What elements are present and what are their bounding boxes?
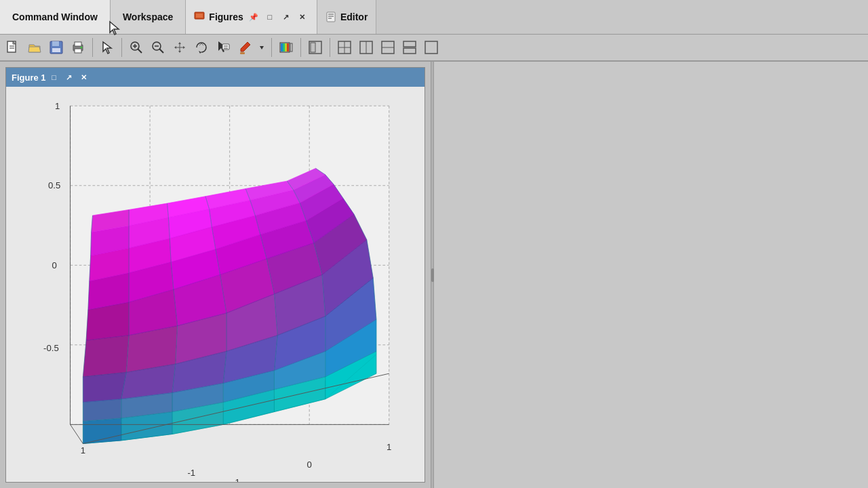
figures-maximize-icon[interactable]: □: [264, 11, 276, 23]
editor-label: Editor: [340, 12, 368, 22]
svg-marker-31: [260, 46, 264, 49]
command-window-tab[interactable]: Command Window: [0, 0, 111, 34]
workspace-label: Workspace: [123, 12, 173, 22]
svg-rect-1: [196, 14, 203, 18]
svg-rect-48: [403, 48, 416, 54]
x-label-neg1-left: 1: [81, 445, 85, 455]
svg-marker-25: [199, 51, 201, 54]
svg-rect-30: [240, 52, 245, 54]
save-btn[interactable]: [46, 37, 66, 58]
main-area: Figure 1 □ ↗ ✕: [0, 62, 868, 488]
command-window-label: Command Window: [12, 12, 98, 22]
sep2: [121, 38, 122, 57]
editor-icon: [326, 12, 336, 22]
print-btn[interactable]: [68, 37, 88, 58]
figure1-title: Figure 1: [12, 73, 46, 83]
svg-rect-14: [75, 42, 81, 46]
new-file-btn[interactable]: [3, 37, 23, 58]
x-label-1: 1: [387, 442, 391, 452]
x-label-neg1b: -1: [232, 477, 240, 482]
svg-rect-36: [287, 43, 289, 52]
x-label-0: 0: [307, 460, 312, 470]
svg-rect-12: [52, 48, 60, 52]
layout-cols2-btn[interactable]: [356, 37, 376, 58]
layout-rows2-btn[interactable]: [378, 37, 398, 58]
figures-icon: [194, 12, 205, 22]
figure1-window: Figure 1 □ ↗ ✕: [5, 67, 425, 483]
svg-rect-47: [403, 41, 416, 47]
figures-close-icon[interactable]: ✕: [296, 11, 309, 23]
figures-tab[interactable]: Figures 📌 □ ↗ ✕: [186, 0, 317, 34]
figure1-maximize-btn[interactable]: ↗: [62, 71, 76, 83]
top-bar: Command Window Workspace Figures 📌 □ ↗ ✕…: [0, 0, 868, 35]
select-btn[interactable]: [97, 37, 117, 58]
pan-btn[interactable]: [170, 37, 190, 58]
sep3: [271, 38, 272, 57]
data-cursor-btn[interactable]: [213, 37, 233, 58]
figure1-restore-btn[interactable]: □: [47, 71, 61, 83]
figures-label: Figures: [209, 12, 243, 22]
z-label-1: 1: [55, 101, 60, 111]
svg-rect-34: [283, 43, 285, 52]
figure1-titlebar: Figure 1 □ ↗ ✕: [6, 68, 425, 87]
svg-line-63: [71, 424, 83, 443]
left-panel: Figure 1 □ ↗ ✕: [0, 62, 431, 488]
sep4: [300, 38, 301, 57]
z-label-0: 0: [52, 260, 56, 270]
figures-pin-icon[interactable]: 📌: [248, 11, 260, 23]
open-file-btn[interactable]: [24, 37, 45, 58]
svg-rect-2: [327, 12, 335, 22]
editor-tab[interactable]: Editor: [317, 0, 376, 34]
figure1-close-btn[interactable]: ✕: [77, 71, 91, 83]
z-label-05: 0.5: [48, 180, 60, 190]
svg-line-19: [138, 49, 142, 53]
svg-rect-35: [285, 43, 287, 52]
svg-rect-49: [425, 41, 437, 54]
brush-dropdown-btn[interactable]: [256, 37, 267, 58]
svg-marker-17: [103, 42, 111, 54]
svg-point-16: [81, 47, 83, 49]
zoom-out-btn[interactable]: [148, 37, 168, 58]
svg-rect-33: [281, 43, 283, 52]
z-label-neg05: -0.5: [43, 343, 59, 353]
svg-line-23: [159, 49, 163, 53]
svg-rect-11: [52, 41, 59, 46]
svg-rect-37: [290, 43, 292, 52]
figures-restore-icon[interactable]: ↗: [280, 11, 292, 23]
svg-rect-27: [222, 44, 229, 49]
svg-rect-39: [311, 43, 315, 52]
workspace-tab[interactable]: Workspace: [111, 0, 186, 34]
svg-rect-15: [75, 49, 81, 53]
layout-single-btn[interactable]: [421, 37, 441, 58]
sep1: [92, 38, 93, 57]
layout-stacked-btn[interactable]: [399, 37, 420, 58]
insert-colorbar-btn[interactable]: [276, 37, 296, 58]
sep5: [330, 38, 330, 57]
right-panel: [434, 62, 868, 488]
zoom-in-btn[interactable]: [126, 37, 146, 58]
x-label-neg1: -1: [187, 468, 195, 478]
figure1-plot-area: 1 0.5 0 -0.5 1 -1 -1 0 0 1: [6, 87, 425, 482]
rotate3d-btn[interactable]: [191, 37, 212, 58]
surface-plot: 1 0.5 0 -0.5 1 -1 -1 0 0 1: [6, 87, 425, 482]
hide-plot-tools-btn[interactable]: [305, 37, 326, 58]
layout-grid2x2-btn[interactable]: [334, 37, 355, 58]
toolbar: [0, 35, 868, 62]
brush-btn[interactable]: [235, 37, 255, 58]
